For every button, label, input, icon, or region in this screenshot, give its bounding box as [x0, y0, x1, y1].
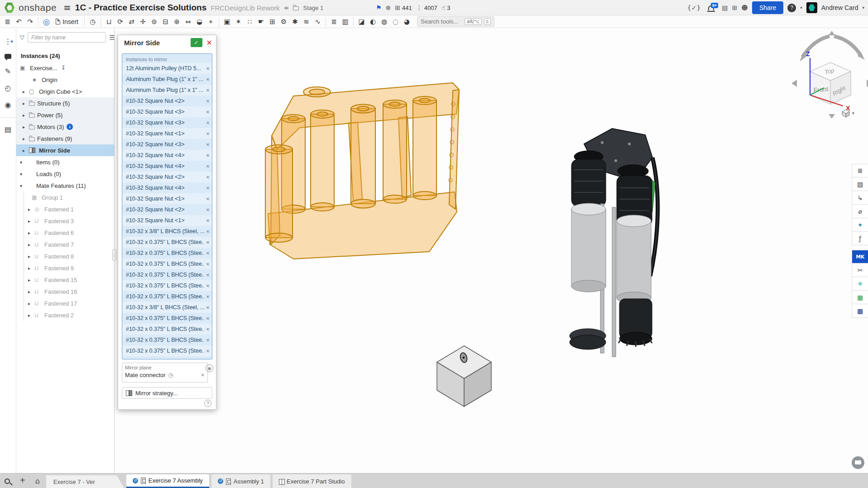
- pattern-icon[interactable]: ⊞: [267, 16, 278, 27]
- main-menu-icon[interactable]: ≡: [63, 2, 71, 13]
- tree-row[interactable]: ▾ Loads (0): [16, 168, 114, 180]
- pinwheel-app-icon[interactable]: ✦: [852, 218, 868, 232]
- feature-list-icon[interactable]: ✎: [3, 67, 13, 76]
- expand-arrow-icon[interactable]: ▸: [28, 207, 34, 212]
- origin-cube-part[interactable]: [437, 346, 491, 407]
- app-store-icon[interactable]: ⊞: [732, 4, 738, 11]
- remove-instance-icon[interactable]: ✕: [204, 316, 210, 321]
- tangent-mate-icon[interactable]: ◒: [194, 16, 205, 27]
- mate-connector-icon[interactable]: ✶: [233, 16, 244, 27]
- exploded-view-icon[interactable]: ◌: [390, 16, 401, 27]
- mirror-instance-row[interactable]: #10-32 x 0.375" L BHCS (Stee... ✕: [122, 313, 212, 324]
- expand-arrow-icon[interactable]: ▸: [28, 266, 34, 271]
- cylindrical-mate-icon[interactable]: ⊚: [149, 16, 160, 27]
- expand-arrow-icon[interactable]: ▸: [28, 219, 34, 224]
- expand-arrow-icon[interactable]: ▾: [20, 160, 26, 165]
- remove-instance-icon[interactable]: ✕: [204, 294, 210, 299]
- tree-row[interactable]: ▸ Fastened 2: [16, 309, 114, 321]
- mate-connector-picker-icon[interactable]: ◉: [206, 364, 213, 372]
- tree-row[interactable]: ▸ Origin Cube <1>: [16, 86, 114, 97]
- expand-arrow-icon[interactable]: ▸: [28, 289, 34, 294]
- slider-mate-icon[interactable]: ⇄: [126, 16, 137, 27]
- remove-instance-icon[interactable]: ✕: [204, 349, 210, 354]
- remove-instance-icon[interactable]: ✕: [204, 175, 210, 180]
- mirror-instance-row[interactable]: #10-32 Square Nut <4> ✕: [122, 161, 212, 172]
- mirror-instance-row[interactable]: #10-32 x 0.375" L BHCS (Stee... ✕: [122, 237, 212, 248]
- tree-row[interactable]: ▸ Fastened 16: [16, 286, 114, 297]
- element-tab[interactable]: Exercise 7 Part Studio: [273, 474, 351, 488]
- tree-row[interactable]: ▸ Power (5): [16, 109, 114, 121]
- planar-mate-icon[interactable]: ✛: [137, 16, 149, 27]
- expand-arrow-icon[interactable]: ▾: [20, 172, 26, 177]
- comments-icon[interactable]: [5, 54, 11, 59]
- expand-arrow-icon[interactable]: ▸: [23, 89, 29, 94]
- remove-instance-icon[interactable]: ✕: [204, 110, 210, 115]
- mirror-instance-row[interactable]: #10-32 x 0.375" L BHCS (Stee... ✕: [122, 345, 212, 356]
- remove-instance-icon[interactable]: ✕: [204, 305, 210, 310]
- assembly-mirror-preview-orange[interactable]: [265, 83, 459, 259]
- assembly-right-gray[interactable]: [570, 129, 657, 357]
- expand-arrow-icon[interactable]: ▾: [20, 183, 26, 188]
- mirror-instance-row[interactable]: #10-32 Square Nut <3> ✕: [122, 117, 212, 128]
- tree-row[interactable]: ▸ Fastened 8: [16, 250, 114, 262]
- section-view-icon[interactable]: ◪: [356, 16, 367, 27]
- element-tab[interactable]: ↺ Exercise 7 Assembly: [126, 474, 209, 488]
- expand-arrow-icon[interactable]: ▸: [28, 230, 34, 235]
- tree-row[interactable]: Exercise... ↧: [16, 62, 114, 74]
- remove-instance-icon[interactable]: ✕: [204, 164, 210, 169]
- remove-instance-icon[interactable]: ✕: [204, 273, 210, 277]
- help-caret-icon[interactable]: ▾: [800, 5, 802, 10]
- tree-row[interactable]: ▸ Structure (5): [16, 97, 114, 109]
- version-breadcrumb-tab[interactable]: Exercise 7 - Ver: [46, 475, 124, 488]
- insert-element-icon[interactable]: ⋮: [3, 37, 13, 46]
- panel-resize-grip[interactable]: ⋮: [112, 249, 116, 261]
- function-app-icon[interactable]: ƒ: [852, 232, 868, 245]
- remove-instance-icon[interactable]: ✕: [204, 262, 210, 267]
- remove-instance-icon[interactable]: ✕: [204, 77, 210, 82]
- update-available-badge[interactable]: ↓: [67, 124, 73, 130]
- mirror-instance-row[interactable]: #10-32 Square Nut <1> ✕: [122, 215, 212, 226]
- tree-row[interactable]: ▸ Fastened 1: [16, 203, 114, 215]
- appearance-icon[interactable]: ◐: [367, 16, 379, 27]
- history-icon[interactable]: ◴: [3, 84, 13, 92]
- search-tools-input[interactable]: [421, 18, 462, 25]
- structure-icon[interactable]: ▥: [340, 16, 351, 27]
- mirror-instance-row[interactable]: Aluminum Tube Plug (1" x 1" ... ✕: [122, 85, 212, 96]
- display-states-icon[interactable]: ◍: [379, 16, 390, 27]
- onshape-logo-icon[interactable]: [5, 2, 14, 13]
- help-icon[interactable]: ?: [787, 4, 796, 12]
- remove-instance-icon[interactable]: ✕: [204, 88, 210, 93]
- element-tab[interactable]: ↺ Assembly 1: [211, 474, 270, 488]
- views-stat[interactable]: ⋮ 4007: [416, 4, 437, 11]
- copies-stat[interactable]: ⊞ 441: [395, 4, 412, 11]
- mirror-instance-row[interactable]: #10-32 x 0.375" L BHCS (Stee... ✕: [122, 335, 212, 345]
- rack-pinion-icon[interactable]: ≋: [301, 16, 312, 27]
- mirror-instance-row[interactable]: #10-32 Square Nut <4> ✕: [122, 150, 212, 161]
- expand-arrow-icon[interactable]: ▸: [28, 301, 34, 306]
- mirror-instance-row[interactable]: #10-32 x 3/8" L BHCS (Steel, ... ✕: [122, 302, 212, 313]
- notifications-bell-icon[interactable]: 9+: [708, 5, 714, 10]
- expand-arrow-icon[interactable]: ▸: [23, 124, 29, 129]
- tree-row[interactable]: ▸ Fasteners (9): [16, 133, 114, 144]
- mate-relations-icon[interactable]: ⚙: [278, 16, 289, 27]
- remove-instance-icon[interactable]: ✕: [204, 66, 210, 71]
- replicate-icon[interactable]: ∷: [244, 16, 255, 27]
- expand-arrow-icon[interactable]: ▸: [28, 254, 34, 259]
- tree-row[interactable]: ▸ Fastened 17: [16, 297, 114, 309]
- pin-slot-mate-icon[interactable]: ⊟: [160, 16, 171, 27]
- toolbar-icon[interactable]: [353, 17, 354, 26]
- remove-instance-icon[interactable]: ✕: [204, 120, 210, 125]
- tree-row[interactable]: Group 1: [16, 191, 114, 203]
- list-view-icon[interactable]: ☰: [109, 34, 115, 41]
- tree-row[interactable]: ▸ Fastened 3: [16, 215, 114, 227]
- remove-instance-icon[interactable]: ✕: [204, 207, 210, 212]
- learning-flag-icon[interactable]: ⚑: [376, 4, 382, 11]
- remove-instance-icon[interactable]: ✕: [204, 142, 210, 147]
- add-element-button[interactable]: +: [20, 475, 25, 486]
- render-app-icon[interactable]: ✳: [852, 277, 868, 291]
- insert-button[interactable]: Insert: [52, 17, 82, 27]
- tree-row[interactable]: ▸ Motors (3) ↓: [16, 121, 114, 133]
- mirror-instance-row[interactable]: 12t Aluminum Pulley (HTD 5... ✕: [122, 63, 212, 74]
- document-title[interactable]: 1C - Practice Exercise Solutions: [75, 3, 206, 13]
- library-app-icon[interactable]: ▩: [852, 304, 868, 318]
